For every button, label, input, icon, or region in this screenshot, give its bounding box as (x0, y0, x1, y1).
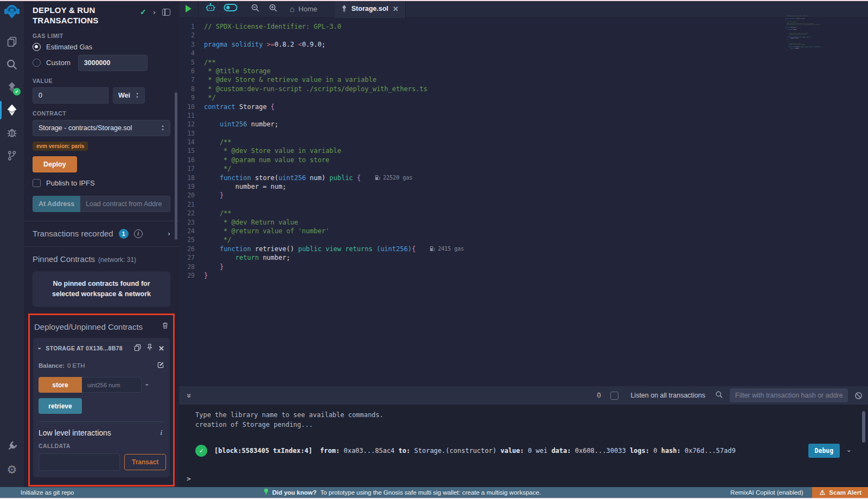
contract-select[interactable]: Storage - contracts/Storage.sol ▲▼ (33, 120, 170, 136)
terminal-prompt[interactable]: > (187, 475, 191, 483)
code-line[interactable]: 3pragma solidity >=0.8.2 <0.9.0; (179, 40, 868, 49)
transactions-info-icon[interactable]: i (134, 229, 143, 238)
close-tab-icon[interactable]: ✕ (393, 5, 399, 13)
code-line[interactable]: 11 (179, 111, 868, 120)
line-number: 29 (179, 271, 204, 280)
home-tab[interactable]: ⌂ Home (286, 4, 321, 14)
code-line[interactable]: 10contract Storage { (179, 103, 868, 111)
retrieve-function-button[interactable]: retrieve (39, 398, 82, 414)
code-line[interactable]: 4 (179, 49, 868, 57)
transactions-recorded-row[interactable]: Transactions recorded 1 i › (33, 221, 170, 246)
file-explorer-icon[interactable] (0, 30, 24, 53)
clear-deployed-trash-icon[interactable] (162, 322, 169, 331)
transactions-expand-icon[interactable]: › (168, 229, 170, 238)
code-line[interactable]: 14 /** (179, 138, 868, 146)
custom-gas-input[interactable] (78, 55, 148, 71)
transaction-log-row[interactable]: ✓ [block:5583405 txIndex:4] from: 0xa03.… (195, 444, 868, 458)
edit-balance-icon[interactable] (157, 361, 164, 370)
code-line[interactable]: 13 (179, 129, 868, 138)
code-line[interactable]: 22 /** (179, 209, 868, 217)
estimated-gas-radio[interactable] (33, 43, 41, 51)
code-line[interactable]: 19 number = num; (179, 182, 868, 191)
code-line[interactable]: 29} (179, 271, 868, 280)
deploy-run-icon[interactable] (0, 99, 24, 121)
calldata-input[interactable] (39, 453, 120, 471)
deploy-button[interactable]: Deploy (33, 156, 77, 172)
debug-button[interactable]: Debug (808, 444, 840, 458)
store-function-button[interactable]: store (39, 377, 82, 393)
pin-contract-icon[interactable] (146, 343, 153, 353)
code-line[interactable]: 8 * @custom:dev-run-script ./scripts/dep… (179, 85, 868, 93)
code-line[interactable]: 18 function store(uint256 num) public {2… (179, 174, 868, 182)
copilot-toggle-icon[interactable] (224, 3, 238, 14)
store-argument-input[interactable] (82, 377, 142, 393)
git-init-status[interactable]: Initialize as git repo (0, 489, 74, 496)
code-line[interactable]: 25 */ (179, 235, 868, 244)
copy-address-icon[interactable] (134, 343, 141, 353)
panel-scrollbar[interactable] (175, 92, 177, 240)
custom-gas-radio[interactable] (33, 59, 41, 67)
code-line[interactable]: 26 function retrieve() public view retur… (179, 245, 868, 253)
listen-all-checkbox[interactable] (610, 392, 618, 400)
code-line[interactable]: 15 * @dev Store value in variable (179, 146, 868, 155)
code-editor[interactable]: 1// SPDX-License-Identifier: GPL-3.023pr… (179, 18, 868, 280)
terminal-log-line: Type the library name to see available c… (195, 410, 868, 420)
terminal-scrollbar[interactable] (862, 411, 865, 443)
debugger-icon[interactable] (0, 121, 24, 144)
editor-area: ⌂ Home Storage.sol ✕ 1// SPDX-License-Id… (179, 0, 868, 386)
pin-panel-icon[interactable] (162, 9, 170, 16)
contract-collapse-icon[interactable]: › (36, 347, 44, 350)
terminal-output[interactable]: Type the library name to see available c… (179, 405, 868, 487)
publish-ipfs-option[interactable]: Publish to IPFS (33, 179, 170, 187)
terminal-filter-input[interactable] (730, 388, 848, 402)
code-line[interactable]: 6 * @title Storage (179, 67, 868, 75)
zoom-in-icon[interactable] (269, 3, 278, 15)
expand-store-args-icon[interactable]: › (143, 383, 151, 386)
code-line[interactable]: 12 uint256 number; (179, 120, 868, 129)
at-address-button[interactable]: At Address (33, 196, 80, 212)
terminal-header: « 0 Listen on all transactions (179, 386, 868, 405)
transact-button[interactable]: Transact (124, 454, 166, 470)
git-icon[interactable] (0, 144, 24, 167)
code-line[interactable]: 27 return number; (179, 253, 868, 262)
code-line[interactable]: 2 (179, 31, 868, 40)
run-script-play-icon[interactable] (186, 5, 192, 12)
search-icon[interactable] (0, 53, 24, 76)
scam-alert-button[interactable]: ⚠ Scam Alert (812, 487, 868, 498)
value-input[interactable] (33, 87, 108, 104)
estimated-gas-option[interactable]: Estimated Gas (33, 43, 170, 51)
solidity-compiler-icon[interactable]: ✓ (0, 76, 24, 99)
remix-logo-icon[interactable] (4, 3, 20, 22)
copilot-status[interactable]: RemixAI Copilot (enabled) (730, 489, 803, 496)
code-line[interactable]: 23 * @dev Return value (179, 218, 868, 227)
code-line[interactable]: 17 */ (179, 164, 868, 173)
code-line[interactable]: 1// SPDX-License-Identifier: GPL-3.0 (179, 22, 868, 31)
code-line[interactable]: 24 * @return value of 'number' (179, 227, 868, 235)
settings-gear-icon[interactable]: ⚙ (0, 458, 24, 481)
code-line[interactable]: 7 * @dev Store & retrieve value in a var… (179, 75, 868, 84)
code-line[interactable]: 9 */ (179, 93, 868, 102)
zoom-out-icon[interactable] (251, 3, 260, 15)
custom-gas-option[interactable]: Custom (33, 55, 170, 71)
remove-contract-icon[interactable]: ✕ (158, 344, 164, 353)
panel-forward-icon[interactable]: › (153, 8, 156, 16)
clear-console-icon[interactable] (854, 392, 863, 400)
code-line[interactable]: 16 * @param num value to store (179, 156, 868, 164)
unit-stepper-icon[interactable]: ▲▼ (136, 92, 139, 99)
line-number: 5 (179, 58, 204, 67)
code-line[interactable]: 5/** (179, 58, 868, 67)
value-unit-select[interactable]: Wei ▲▼ (113, 87, 145, 104)
code-line[interactable]: 20 } (179, 191, 868, 200)
terminal-panel: « 0 Listen on all transactions (179, 386, 868, 487)
plugin-manager-icon[interactable] (0, 435, 24, 458)
publish-ipfs-checkbox[interactable] (33, 179, 41, 187)
at-address-input[interactable] (80, 196, 170, 212)
terminal-collapse-icon[interactable]: « (183, 393, 193, 398)
tx-details: [block:5583405 txIndex:4] from: 0xa03...… (214, 447, 736, 455)
code-line[interactable]: 28 } (179, 263, 868, 271)
low-level-info-icon[interactable]: i (160, 428, 164, 437)
ai-copilot-robot-icon[interactable] (205, 3, 216, 15)
expand-tx-icon[interactable]: › (846, 449, 854, 453)
tab-storage-sol[interactable]: Storage.sol ✕ (335, 0, 406, 18)
code-line[interactable]: 21 (179, 200, 868, 209)
